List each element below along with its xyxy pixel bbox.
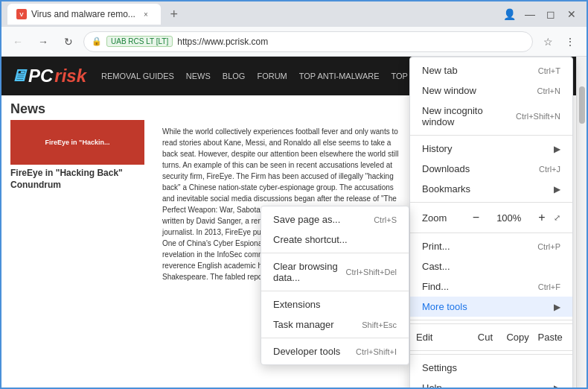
submenu-task-manager[interactable]: Task manager Shift+Esc	[261, 314, 409, 335]
secure-indicator: 🔒	[92, 37, 102, 46]
zoom-plus-button[interactable]: +	[533, 209, 551, 227]
menu-help-arrow: ▶	[554, 383, 560, 388]
divider-3	[410, 233, 572, 233]
bookmark-button[interactable]: ☆	[537, 31, 558, 52]
menu-settings-label: Settings	[422, 362, 560, 373]
menu-cast[interactable]: Cast...	[410, 256, 572, 276]
more-tools-submenu: Save page as... Ctrl+S Create shortcut..…	[261, 206, 409, 365]
menu-settings[interactable]: Settings	[410, 358, 572, 378]
menu-new-tab[interactable]: New tab Ctrl+T	[410, 60, 572, 80]
menu-history-label: History	[422, 143, 554, 154]
title-bar: V Virus and malware remo... × + 👤 — ◻ ✕	[1, 1, 587, 27]
menu-find-label: Find...	[422, 281, 532, 292]
url-badge: UAB RCS LT [LT]	[106, 36, 173, 47]
menu-cut-button[interactable]: Cut	[469, 327, 502, 347]
divider-4	[410, 320, 572, 320]
zoom-expand-button[interactable]: ⤢	[554, 213, 560, 223]
submenu-task-manager-label: Task manager	[273, 319, 356, 330]
menu-new-tab-shortcut: Ctrl+T	[538, 66, 560, 75]
sub-divider-1	[261, 253, 409, 253]
active-tab[interactable]: V Virus and malware remo... ×	[7, 4, 161, 25]
sub-divider-3	[261, 338, 409, 338]
menu-help[interactable]: Help ▶	[410, 378, 572, 388]
close-button[interactable]: ✕	[563, 5, 581, 23]
context-menu-overlay: New tab Ctrl+T New window Ctrl+N New inc…	[1, 57, 587, 388]
menu-more-tools-label: More tools	[422, 301, 554, 312]
tab-close-button[interactable]: ×	[140, 8, 152, 20]
menu-paste-button[interactable]: Paste	[534, 327, 566, 347]
toolbar-icons: ☆ ⋮	[537, 31, 581, 52]
zoom-value: 100%	[488, 212, 531, 224]
sub-divider-2	[261, 291, 409, 291]
menu-more-tools[interactable]: More tools ▶	[410, 297, 572, 317]
maximize-button[interactable]: ◻	[542, 5, 560, 23]
url-bar[interactable]: 🔒 UAB RCS LT [LT] https://www.pcrisk.com	[83, 31, 533, 52]
submenu-create-shortcut-label: Create shortcut...	[273, 234, 397, 245]
menu-zoom-row: Zoom − 100% + ⤢	[410, 206, 572, 230]
menu-new-window-shortcut: Ctrl+N	[537, 86, 560, 95]
reload-button[interactable]: ↻	[58, 31, 79, 52]
divider-5	[410, 354, 572, 355]
chrome-context-menu: New tab Ctrl+T New window Ctrl+N New inc…	[409, 57, 573, 388]
menu-new-incognito-shortcut: Ctrl+Shift+N	[516, 112, 560, 121]
submenu-task-shortcut: Shift+Esc	[362, 320, 397, 329]
menu-find-shortcut: Ctrl+F	[538, 282, 560, 291]
divider-2	[410, 202, 572, 203]
menu-history[interactable]: History ▶	[410, 139, 572, 159]
menu-downloads-shortcut: Ctrl+J	[539, 165, 560, 174]
new-tab-button[interactable]: +	[165, 5, 183, 23]
menu-new-window-label: New window	[422, 85, 531, 96]
minimize-button[interactable]: —	[521, 5, 539, 23]
menu-cast-label: Cast...	[422, 261, 560, 272]
menu-print-label: Print...	[422, 241, 531, 252]
menu-bookmarks-arrow: ▶	[554, 184, 560, 194]
tab-title: Virus and malware remo...	[31, 9, 135, 19]
submenu-clear-label: Clear browsing data...	[273, 261, 340, 283]
url-text: https://www.pcrisk.com	[177, 37, 525, 47]
submenu-save-page[interactable]: Save page as... Ctrl+S	[261, 209, 409, 230]
submenu-clear-browsing[interactable]: Clear browsing data... Ctrl+Shift+Del	[261, 256, 409, 288]
tab-favicon: V	[16, 9, 27, 19]
submenu-developer-tools[interactable]: Developer tools Ctrl+Shift+I	[261, 341, 409, 361]
submenu-extensions-label: Extensions	[273, 299, 397, 310]
profile-icon[interactable]: 👤	[500, 5, 518, 23]
submenu-create-shortcut[interactable]: Create shortcut...	[261, 230, 409, 250]
menu-print[interactable]: Print... Ctrl+P	[410, 236, 572, 256]
submenu-dev-shortcut: Ctrl+Shift+I	[356, 347, 397, 356]
menu-bookmarks-label: Bookmarks	[422, 183, 554, 194]
address-bar: ← → ↻ 🔒 UAB RCS LT [LT] https://www.pcri…	[1, 27, 587, 57]
menu-new-tab-label: New tab	[422, 65, 532, 76]
menu-zoom-label: Zoom	[422, 212, 464, 224]
submenu-extensions[interactable]: Extensions	[261, 294, 409, 314]
menu-find[interactable]: Find... Ctrl+F	[410, 276, 572, 297]
menu-print-shortcut: Ctrl+P	[537, 242, 560, 251]
menu-bookmarks[interactable]: Bookmarks ▶	[410, 179, 572, 199]
menu-edit-label: Edit	[416, 332, 443, 343]
window-controls: 👤 — ◻ ✕	[500, 5, 581, 23]
page-content: 🖥 PC risk REMOVAL GUIDES NEWS BLOG FORUM…	[1, 57, 587, 388]
menu-new-incognito[interactable]: New incognito window Ctrl+Shift+N	[410, 101, 572, 132]
menu-more-tools-arrow: ▶	[554, 302, 560, 312]
menu-new-incognito-label: New incognito window	[422, 105, 510, 127]
menu-button[interactable]: ⋮	[560, 31, 581, 52]
forward-button[interactable]: →	[33, 31, 54, 52]
browser-window: V Virus and malware remo... × + 👤 — ◻ ✕ …	[0, 0, 588, 389]
menu-history-arrow: ▶	[554, 144, 560, 154]
menu-help-label: Help	[422, 382, 554, 388]
submenu-clear-shortcut: Ctrl+Shift+Del	[346, 268, 397, 276]
divider-1	[410, 135, 572, 136]
menu-copy-button[interactable]: Copy	[502, 327, 534, 347]
menu-new-window[interactable]: New window Ctrl+N	[410, 80, 572, 101]
submenu-save-page-label: Save page as...	[273, 214, 368, 225]
menu-downloads[interactable]: Downloads Ctrl+J	[410, 159, 572, 179]
submenu-save-shortcut: Ctrl+S	[374, 215, 397, 224]
submenu-dev-tools-label: Developer tools	[273, 346, 350, 357]
zoom-minus-button[interactable]: −	[467, 209, 485, 227]
menu-downloads-label: Downloads	[422, 163, 533, 174]
back-button[interactable]: ←	[7, 31, 28, 52]
menu-edit-row: Edit Cut Copy Paste	[410, 323, 572, 351]
